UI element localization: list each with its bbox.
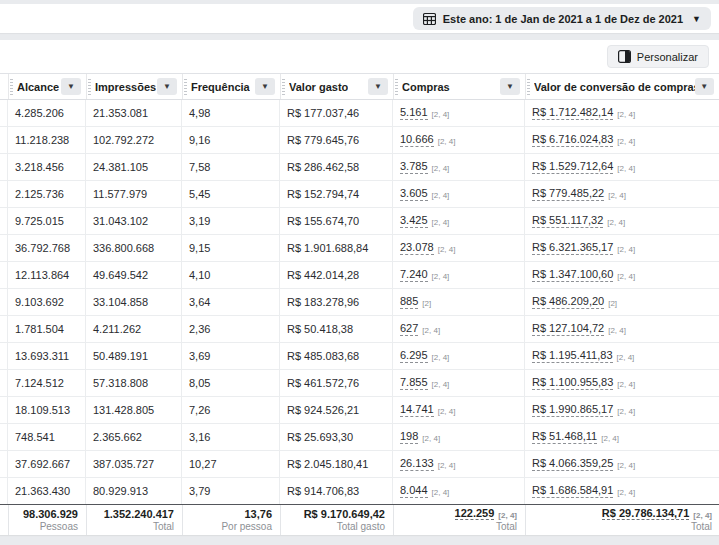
- compras-value-link[interactable]: 10.666: [400, 133, 434, 147]
- columns-icon: [618, 50, 631, 63]
- conversao-value-link[interactable]: R$ 486.209,20: [532, 295, 604, 309]
- metrics-table: Alcance▼Impressões▼Frequência▼Valor gast…: [0, 73, 719, 535]
- conversao-value-link[interactable]: R$ 6.716.024,83: [532, 133, 613, 147]
- cell-conversao: R$ 486.209,20[2]: [525, 289, 719, 315]
- conversao-value-link[interactable]: R$ 1.686.584,91: [532, 484, 613, 498]
- column-header-conversao[interactable]: Valor de conversão de compras▼: [525, 74, 719, 99]
- attribution-note: [2, 4]: [438, 461, 456, 470]
- compras-value-link[interactable]: 14.741: [400, 403, 434, 417]
- total-value: 13,76: [244, 508, 272, 521]
- compras-value-link[interactable]: 7.240: [400, 268, 428, 282]
- compras-value-link[interactable]: 627: [400, 322, 418, 336]
- table-row: 11.218.238102.792.2729,16R$ 779.645,7610…: [0, 127, 719, 154]
- column-header-alcance[interactable]: Alcance▼: [8, 74, 86, 99]
- conversao-value-link[interactable]: R$ 1.712.482,14: [532, 106, 613, 120]
- attribution-note: [2, 4]: [608, 326, 626, 335]
- table-row: 18.109.513131.428.8057,26R$ 924.526,2114…: [0, 397, 719, 424]
- cell-valor_gasto: R$ 183.278,96: [280, 289, 393, 315]
- row-spacer-cell: [0, 262, 8, 288]
- column-drag-handle[interactable]: [184, 79, 187, 96]
- compras-value-link[interactable]: 3.425: [400, 214, 428, 228]
- cell-valor_gasto: R$ 779.645,76: [280, 127, 393, 153]
- cell-frequencia: 3,79: [182, 478, 280, 504]
- compras-value-link[interactable]: 26.133: [400, 457, 434, 471]
- cell-frequencia: 3,16: [182, 424, 280, 450]
- calendar-icon: [423, 12, 436, 25]
- compras-value-link[interactable]: 5.161: [400, 106, 428, 120]
- column-drag-handle[interactable]: [527, 79, 530, 96]
- conversao-value-link[interactable]: R$ 779.485,22: [532, 187, 604, 201]
- column-header-compras[interactable]: Compras▼: [393, 74, 525, 99]
- column-menu-button[interactable]: ▼: [368, 78, 388, 95]
- column-drag-handle[interactable]: [395, 79, 398, 96]
- cell-conversao: R$ 6.321.365,17[2, 4]: [525, 235, 719, 261]
- column-header-frequencia[interactable]: Frequência▼: [182, 74, 280, 99]
- compras-value-link[interactable]: 198: [400, 430, 418, 444]
- column-menu-button[interactable]: ▼: [500, 78, 520, 95]
- cell-alcance: 2.125.736: [8, 181, 86, 207]
- conversao-value-link[interactable]: R$ 551.117,32: [532, 214, 603, 228]
- column-menu-button[interactable]: ▼: [61, 78, 81, 95]
- cell-frequencia: 3,64: [182, 289, 280, 315]
- cell-alcance: 11.218.238: [8, 127, 86, 153]
- total-impressoes: 1.352.240.417Total: [87, 505, 183, 535]
- column-drag-handle[interactable]: [88, 79, 91, 96]
- table-row: 9.725.01531.043.1023,19R$ 155.674,703.42…: [0, 208, 719, 235]
- conversao-value-link[interactable]: R$ 1.347.100,60: [532, 268, 613, 282]
- conversao-value-link[interactable]: R$ 6.321.365,17: [532, 241, 613, 255]
- chevron-down-icon: ▼: [692, 14, 701, 24]
- chevron-down-icon: ▼: [67, 82, 75, 91]
- cell-alcance: 13.693.311: [8, 343, 86, 369]
- attribution-note: [2, 4]: [432, 380, 450, 389]
- conversao-value-link[interactable]: R$ 1.195.411,83: [532, 349, 613, 363]
- conversao-value-link[interactable]: R$ 51.468,11: [532, 430, 597, 444]
- compras-value-link[interactable]: 885: [400, 295, 418, 309]
- conversao-value-link[interactable]: R$ 1.100.955,83: [532, 376, 613, 390]
- column-menu-button[interactable]: ▼: [157, 78, 177, 95]
- row-spacer-cell: [0, 154, 8, 180]
- compras-value-link[interactable]: 6.295: [400, 349, 428, 363]
- report-card: Personalizar Alcance▼Impressões▼Frequênc…: [0, 40, 719, 535]
- cell-valor_gasto: R$ 286.462,58: [280, 154, 393, 180]
- conversao-value-link[interactable]: R$ 1.529.712,64: [532, 160, 613, 174]
- row-spacer-cell: [0, 478, 8, 504]
- compras-value-link[interactable]: 3.605: [400, 187, 428, 201]
- cell-impressoes: 80.929.913: [86, 478, 182, 504]
- conversao-value-link[interactable]: R$ 127.104,72: [532, 322, 604, 336]
- column-drag-handle[interactable]: [10, 79, 13, 96]
- attribution-note: [2, 4]: [432, 164, 450, 173]
- attribution-note: [2, 4]: [432, 110, 450, 119]
- cell-valor_gasto: R$ 155.674,70: [280, 208, 393, 234]
- compras-value-link[interactable]: 7.855: [400, 376, 428, 390]
- total-label: Total: [691, 521, 712, 533]
- cell-valor_gasto: R$ 152.794,74: [280, 181, 393, 207]
- row-spacer-cell: [0, 316, 8, 342]
- conversao-total-link[interactable]: R$ 29.786.134,71: [602, 507, 689, 520]
- cell-impressoes: 11.577.979: [86, 181, 182, 207]
- attribution-note: [2, 4]: [617, 110, 635, 119]
- compras-value-link[interactable]: 3.785: [400, 160, 428, 174]
- compras-value-link[interactable]: 8.044: [400, 484, 428, 498]
- cell-compras: 198[2, 4]: [393, 424, 525, 450]
- column-menu-button[interactable]: ▼: [255, 78, 275, 95]
- table-header-row: Alcance▼Impressões▼Frequência▼Valor gast…: [0, 73, 719, 100]
- cell-valor_gasto: R$ 25.693,30: [280, 424, 393, 450]
- conversao-value-link[interactable]: R$ 4.066.359,25: [532, 457, 613, 471]
- compras-value-link[interactable]: 23.078: [400, 241, 434, 255]
- column-header-impressoes[interactable]: Impressões▼: [86, 74, 182, 99]
- column-drag-handle[interactable]: [282, 79, 285, 96]
- cell-valor_gasto: R$ 914.706,83: [280, 478, 393, 504]
- date-range-label: Este ano: 1 de Jan de 2021 a 1 de Dez de…: [443, 13, 683, 25]
- attribution-note: [2, 4]: [693, 511, 712, 520]
- column-menu-button[interactable]: ▼: [695, 78, 714, 95]
- date-range-button[interactable]: Este ano: 1 de Jan de 2021 a 1 de Dez de…: [413, 7, 711, 30]
- compras-total-link[interactable]: 122.259: [455, 507, 495, 520]
- cell-impressoes: 4.211.262: [86, 316, 182, 342]
- column-header-valor_gasto[interactable]: Valor gasto▼: [280, 74, 393, 99]
- table-body: 4.285.20621.353.0814,98R$ 177.037,465.16…: [0, 100, 719, 504]
- conversao-value-link[interactable]: R$ 1.990.865,17: [532, 403, 613, 417]
- column-header-label: Frequência: [191, 81, 250, 93]
- attribution-note: [2, 4]: [617, 407, 635, 416]
- personalize-button[interactable]: Personalizar: [607, 45, 709, 68]
- attribution-note: [2]: [608, 299, 617, 308]
